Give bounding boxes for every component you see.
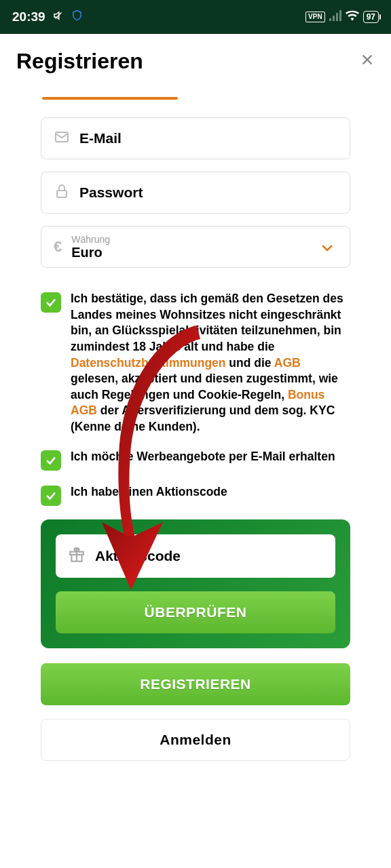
login-button[interactable]: Anmelden xyxy=(41,719,350,761)
checkbox-has-code[interactable] xyxy=(41,486,61,506)
password-field[interactable]: Passwort xyxy=(41,172,350,214)
privacy-link[interactable]: Datenschutzbestimmungen xyxy=(71,356,226,370)
lock-icon xyxy=(54,183,70,202)
checkbox-promo-optin[interactable] xyxy=(41,450,61,471)
register-button[interactable]: REGISTRIEREN xyxy=(41,663,350,705)
svg-rect-3 xyxy=(336,13,338,21)
svg-rect-2 xyxy=(333,16,335,21)
verify-button[interactable]: ÜBERPRÜFEN xyxy=(56,591,335,633)
battery-icon: 97 xyxy=(363,11,379,23)
promo-placeholder: Aktionscode xyxy=(95,548,181,564)
checkbox-terms[interactable] xyxy=(41,292,61,313)
wifi-icon xyxy=(346,9,359,24)
agb-link[interactable]: AGB xyxy=(274,356,301,370)
currency-select[interactable]: € Währung Euro xyxy=(41,226,350,268)
vpn-icon: VPN xyxy=(305,12,325,22)
close-icon[interactable] xyxy=(360,51,375,72)
euro-icon: € xyxy=(54,238,62,256)
tab-indicator xyxy=(42,97,178,100)
svg-rect-1 xyxy=(329,18,331,21)
mute-icon xyxy=(52,9,64,25)
promo-optin-text: Ich möchte Werbeangebote per E-Mail erha… xyxy=(71,449,335,471)
signal-icon xyxy=(329,9,341,24)
currency-caption: Währung xyxy=(71,234,312,245)
has-code-text: Ich habe einen Aktionscode xyxy=(71,484,227,506)
chevron-down-icon xyxy=(321,239,333,255)
terms-text: Ich bestätige, dass ich gemäß den Gesetz… xyxy=(71,291,350,435)
shield-icon xyxy=(71,9,83,24)
status-bar: 20:39 VPN 97 xyxy=(0,0,391,34)
currency-value: Euro xyxy=(71,245,312,260)
svg-rect-8 xyxy=(57,191,67,197)
promo-code-input[interactable]: Aktionscode xyxy=(56,534,335,578)
svg-rect-4 xyxy=(339,10,341,21)
status-time: 20:39 xyxy=(12,9,45,24)
mail-icon xyxy=(54,129,70,148)
promo-box: Aktionscode ÜBERPRÜFEN xyxy=(41,519,350,648)
gift-icon xyxy=(68,546,86,566)
page-title: Registrieren xyxy=(16,49,143,74)
email-field[interactable]: E-Mail xyxy=(41,117,350,159)
password-label: Passwort xyxy=(79,184,143,201)
email-label: E-Mail xyxy=(79,130,122,146)
